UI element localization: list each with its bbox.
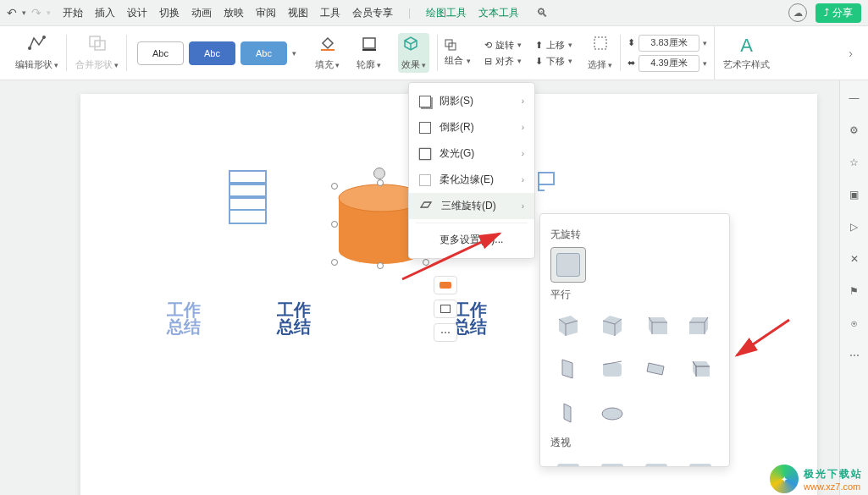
group-button[interactable] [445, 39, 471, 51]
parallel-preset-4[interactable] [683, 307, 718, 343]
parallel-preset-3[interactable] [639, 307, 674, 343]
redo-dropdown-icon[interactable]: ▾ [47, 8, 51, 17]
handle[interactable] [377, 179, 384, 186]
edit-shape-group[interactable]: 编辑形状▾ [7, 26, 67, 80]
arrange-col-3: ⬆上移▾ ⬇下移▾ [528, 39, 579, 68]
style-preset-3[interactable]: Abc [240, 41, 287, 65]
watermark-url: www.xz7.com [804, 481, 863, 492]
perspective-preset-4[interactable] [683, 455, 718, 467]
menu-tabs: 开始 插入 设计 切换 动画 放映 审阅 视图 工具 会员专享 | 绘图工具 文… [63, 6, 519, 20]
edit-shape-label: 编辑形状▾ [15, 58, 58, 71]
text-summary-3[interactable]: 工作总结 [453, 301, 487, 335]
handle[interactable] [331, 221, 338, 228]
redo-icon[interactable]: ↷ [31, 6, 41, 19]
arttext-group[interactable]: A 艺术字样式 [714, 26, 778, 80]
outline-group[interactable]: 轮廓▾ [348, 26, 390, 80]
context-fill-button[interactable] [434, 276, 457, 294]
side-tools-icon[interactable]: ✕ [847, 251, 862, 267]
handle[interactable] [331, 183, 338, 190]
menu-glow-label: 发光(G) [440, 146, 474, 161]
tab-start[interactable]: 开始 [63, 6, 83, 20]
menu-glow[interactable]: 发光(G) › [409, 140, 534, 167]
height-input[interactable]: 3.83厘米 [639, 35, 699, 52]
text-summary-1[interactable]: 工作总结 [167, 301, 201, 335]
parallel-preset-6[interactable] [594, 351, 630, 387]
perspective-preset-1[interactable] [550, 455, 586, 467]
style-preset-1[interactable]: Abc [137, 41, 184, 65]
svg-point-1 [42, 36, 46, 39]
select-group[interactable]: 选择▾ [579, 26, 621, 80]
height-row[interactable]: ⬍3.83厘米▾ [628, 35, 707, 52]
context-more-button[interactable]: ⋯ [434, 323, 457, 342]
tab-view[interactable]: 视图 [288, 6, 308, 20]
side-play-icon[interactable]: ▷ [847, 219, 862, 234]
fill-group[interactable]: 填充▾ [307, 26, 348, 80]
tab-text-tool[interactable]: 文本工具 [478, 6, 519, 20]
arttext-label: 艺术字样式 [723, 58, 770, 71]
cloud-icon[interactable]: ☁ [788, 3, 807, 22]
shape-ladder[interactable] [229, 170, 267, 225]
width-input[interactable]: 4.39厘米 [639, 55, 699, 72]
merge-shape-group: 合并形状▾ [67, 26, 127, 80]
width-row[interactable]: ⬌4.39厘米▾ [628, 55, 707, 72]
share-button[interactable]: ⤴ 分享 [815, 3, 861, 23]
undo-icon[interactable]: ↶ [7, 6, 17, 19]
menu-more[interactable]: 更多设置(O)... [409, 227, 534, 253]
perspective-preset-2[interactable] [594, 455, 630, 467]
side-more-icon[interactable]: ⋯ [847, 348, 862, 363]
gallery-norotate-item[interactable] [550, 247, 586, 283]
parallel-preset-10[interactable] [594, 395, 630, 431]
menu-3drotate[interactable]: 三维旋转(D) › [409, 193, 534, 219]
tab-tools[interactable]: 工具 [320, 6, 340, 20]
parallel-preset-9[interactable] [550, 395, 586, 431]
tab-slideshow[interactable]: 放映 [224, 6, 244, 20]
handle[interactable] [377, 262, 384, 269]
select-label: 选择▾ [588, 58, 612, 71]
parallel-preset-1[interactable] [550, 307, 586, 343]
undo-dropdown-icon[interactable]: ▾ [22, 8, 26, 17]
shape-small[interactable] [536, 170, 561, 195]
parallel-preset-8[interactable] [683, 351, 718, 387]
side-minus-icon[interactable]: — [847, 91, 862, 106]
side-flag-icon[interactable]: ⚑ [847, 283, 862, 299]
ribbon-expand-icon[interactable]: › [840, 47, 861, 60]
handle[interactable] [423, 259, 429, 266]
tab-animation[interactable]: 动画 [191, 6, 212, 20]
outline-icon [361, 35, 378, 57]
chevron-right-icon: › [522, 123, 524, 132]
text-summary-2[interactable]: 工作总结 [277, 301, 311, 335]
side-layers-icon[interactable]: ▣ [847, 187, 862, 202]
side-settings-icon[interactable]: ⚙ [847, 123, 862, 138]
perspective-preset-3[interactable] [639, 455, 674, 467]
parallel-preset-2[interactable] [594, 307, 630, 343]
tab-design[interactable]: 设计 [127, 6, 147, 20]
menu-softedge[interactable]: 柔化边缘(E) › [409, 167, 534, 193]
menu-shadow[interactable]: 阴影(S) › [409, 88, 534, 114]
moveup-button[interactable]: ⬆上移▾ [535, 39, 572, 52]
parallel-preset-7[interactable] [639, 351, 674, 387]
menu-shadow-label: 阴影(S) [440, 94, 473, 108]
movedown-button[interactable]: ⬇下移▾ [535, 55, 572, 68]
side-person-icon[interactable]: ⍟ [847, 316, 862, 331]
align-button[interactable]: ⊟对齐▾ [484, 55, 522, 68]
rotate-button[interactable]: ⟲旋转▾ [484, 39, 522, 52]
merge-shape-label: 合并形状▾ [75, 58, 119, 71]
tab-insert[interactable]: 插入 [95, 6, 115, 20]
tab-vip[interactable]: 会员专享 [352, 6, 393, 20]
svg-rect-4 [321, 49, 334, 51]
svg-rect-9 [594, 37, 606, 49]
rotate-handle-icon[interactable] [373, 168, 385, 179]
style-more-icon[interactable]: ▾ [292, 49, 296, 58]
search-icon[interactable]: 🔍︎ [536, 6, 548, 19]
tab-review[interactable]: 审阅 [256, 6, 276, 20]
context-outline-button[interactable] [434, 300, 457, 318]
side-star-icon[interactable]: ☆ [847, 155, 862, 170]
tab-transition[interactable]: 切换 [159, 6, 180, 20]
parallel-preset-5[interactable] [550, 351, 586, 387]
watermark-logo-icon: ✦ [770, 465, 799, 493]
tab-drawing-tool[interactable]: 绘图工具 [426, 6, 467, 20]
menu-reflection[interactable]: 倒影(R) › [409, 114, 534, 140]
handle[interactable] [331, 259, 338, 266]
style-preset-2[interactable]: Abc [189, 41, 235, 65]
effect-group[interactable]: 效果▾ [390, 26, 438, 80]
